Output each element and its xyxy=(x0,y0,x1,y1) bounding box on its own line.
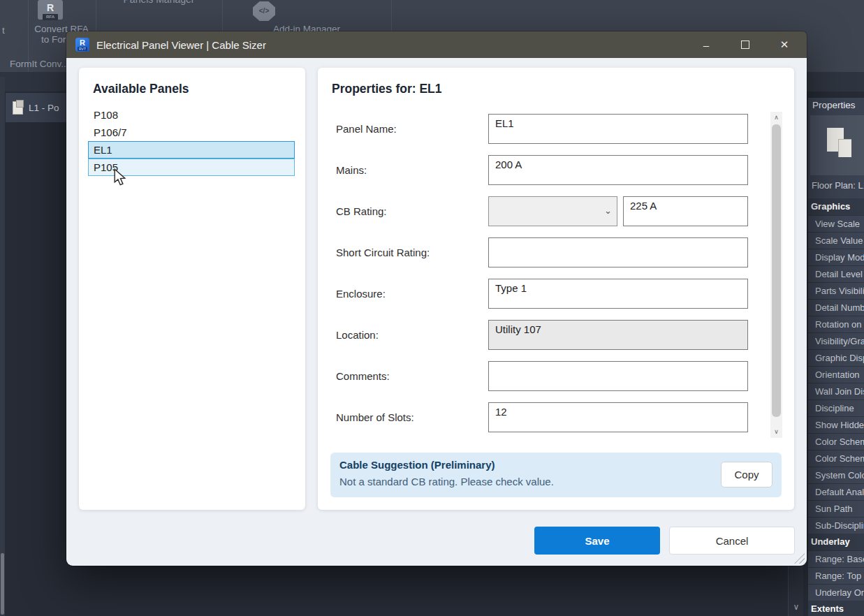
form-row: Mains: 200 A xyxy=(318,155,794,185)
property-row[interactable]: Wall Join Display xyxy=(808,383,864,399)
property-label: Range: Top Level xyxy=(815,571,864,581)
copy-button[interactable]: Copy xyxy=(721,462,773,487)
form-row: Comments: xyxy=(318,361,794,391)
number-of-slots-label: Number of Slots: xyxy=(318,411,488,423)
revit-app-icon: R RVT xyxy=(75,38,89,52)
addin-manager-icon: </> xyxy=(253,1,275,21)
mains-label: Mains: xyxy=(318,164,488,176)
properties-palette: Properties Floor Plan: L1 Graphics View … xyxy=(808,98,864,616)
property-row[interactable]: Sub-Discipline xyxy=(808,517,864,534)
property-row[interactable]: Display Model xyxy=(808,249,864,265)
cb-rating-dropdown[interactable]: ⌄ xyxy=(488,196,617,226)
form-row: Short Circuit Rating: xyxy=(318,237,794,267)
property-label: Default Analysis Display Style xyxy=(815,487,864,497)
panel-properties-card: Properties for: EL1 Panel Name: EL1 Main… xyxy=(318,68,794,510)
floor-plan-icon xyxy=(13,101,23,115)
available-panels-card: Available Panels P108 P106/7 EL1 P105 xyxy=(79,68,305,510)
form-scrollbar[interactable]: ∧ ∨ xyxy=(770,112,782,438)
cable-suggestion-box: Cable Suggestion (Preliminary) Not a sta… xyxy=(330,453,782,497)
dialog-titlebar[interactable]: R RVT Electrical Panel Viewer | Cable Si… xyxy=(66,31,807,58)
panel-list-item-el1[interactable]: EL1 xyxy=(88,141,295,159)
cable-suggestion-message: Not a standard CB rating. Please check v… xyxy=(339,476,554,487)
property-row[interactable]: Show Hidden Lines xyxy=(808,416,864,433)
scroll-down-icon[interactable]: ∨ xyxy=(789,599,804,615)
property-row[interactable]: Graphic Display Options xyxy=(808,349,864,366)
form-row: CB Rating: ⌄ 225 A xyxy=(318,196,794,226)
property-row[interactable]: Underlay Orientation xyxy=(808,584,864,601)
form-scrollbar-thumb[interactable] xyxy=(772,124,781,417)
property-label: Show Hidden Lines xyxy=(815,420,864,430)
property-row[interactable]: Parts Visibility xyxy=(808,282,864,299)
property-label: Wall Join Display xyxy=(815,386,864,397)
panels-manager-button[interactable]: Panels Manager xyxy=(96,0,222,5)
property-row[interactable]: Detail Level xyxy=(808,265,864,282)
property-row[interactable]: Detail Number xyxy=(808,299,864,316)
mains-input[interactable]: 200 A xyxy=(488,155,748,185)
number-of-slots-input[interactable]: 12 xyxy=(488,402,748,432)
form-row: Panel Name: EL1 xyxy=(318,114,794,144)
property-label: Sun Path xyxy=(815,504,853,514)
panel-list-item-p108[interactable]: P108 xyxy=(88,106,295,124)
resize-grip[interactable] xyxy=(794,553,805,564)
property-label: Sub-Discipline xyxy=(815,520,864,531)
property-label: Scale Value 1: xyxy=(815,235,864,246)
panel-list-item-p106-7[interactable]: P106/7 xyxy=(88,124,295,141)
comments-input[interactable] xyxy=(488,361,748,391)
ribbon-edge-fragment: t xyxy=(2,25,5,36)
property-row[interactable]: Sun Path xyxy=(808,500,864,517)
property-label: Detail Number xyxy=(815,302,864,313)
left-scrollbar[interactable] xyxy=(0,77,5,616)
close-icon: ✕ xyxy=(780,38,789,51)
revit-rvt-badge: RVT xyxy=(78,47,87,51)
property-row[interactable]: Discipline xyxy=(808,399,864,416)
form-row: Location: Utility 107 xyxy=(318,320,794,350)
electrical-panel-viewer-dialog: R RVT Electrical Panel Viewer | Cable Si… xyxy=(66,31,807,566)
minimize-icon: – xyxy=(703,39,709,51)
property-label: Color Scheme xyxy=(815,453,864,464)
panel-name-input[interactable]: EL1 xyxy=(488,114,748,144)
close-button[interactable]: ✕ xyxy=(765,31,804,58)
location-input: Utility 107 xyxy=(488,320,748,350)
property-row[interactable]: Range: Base Level xyxy=(808,550,864,567)
property-row[interactable]: View Scale xyxy=(808,215,864,232)
property-label: Color Scheme Location xyxy=(815,437,864,447)
scroll-down-icon[interactable]: ∨ xyxy=(770,426,782,438)
form-row: Enclosure: Type 1 xyxy=(318,279,794,309)
enclosure-input[interactable]: Type 1 xyxy=(488,279,748,309)
type-selector-thumbnail[interactable] xyxy=(810,115,864,175)
left-scrollbar-thumb[interactable] xyxy=(1,553,4,615)
property-row[interactable]: Color Scheme Location xyxy=(808,433,864,450)
property-row[interactable]: Default Analysis Display Style xyxy=(808,483,864,500)
property-label: Graphic Display Options xyxy=(815,353,864,363)
mouse-cursor xyxy=(113,168,127,189)
type-selector-label[interactable]: Floor Plan: L1 xyxy=(808,177,864,194)
property-label: Underlay Orientation xyxy=(815,587,864,598)
view-tab-l1[interactable]: L1 - Po xyxy=(6,93,70,122)
minimize-button[interactable]: – xyxy=(687,31,726,58)
property-row[interactable]: Visibility/Graphics Overrides xyxy=(808,332,864,349)
maximize-button[interactable] xyxy=(726,31,765,58)
form-row: Number of Slots: 12 xyxy=(318,402,794,432)
dialog-body: Available Panels P108 P106/7 EL1 P105 Pr… xyxy=(66,58,807,566)
panel-properties-form: Panel Name: EL1 Mains: 200 A CB Rating: … xyxy=(318,114,794,443)
panel-name-label: Panel Name: xyxy=(318,123,488,135)
property-row[interactable]: Range: Top Level xyxy=(808,567,864,584)
short-circuit-rating-input[interactable] xyxy=(488,237,748,267)
property-label: Detail Level xyxy=(815,269,863,279)
formit-panel-label: FormIt Conv... xyxy=(10,59,69,69)
property-label: Visibility/Graphics Overrides xyxy=(815,336,864,346)
cancel-button[interactable]: Cancel xyxy=(669,527,795,555)
property-row[interactable]: Rotation on Sheet xyxy=(808,316,864,332)
cable-suggestion-title: Cable Suggestion (Preliminary) xyxy=(339,459,495,471)
rfa-file-icon: R RFA xyxy=(38,0,63,20)
rfa-glyph: R xyxy=(47,2,54,13)
save-button[interactable]: Save xyxy=(534,527,660,555)
property-row[interactable]: System Color Schemes xyxy=(808,467,864,483)
scroll-up-icon[interactable]: ∧ xyxy=(770,112,782,124)
property-row[interactable]: Color Scheme xyxy=(808,450,864,467)
code-glyph: </> xyxy=(259,7,269,15)
property-row[interactable]: Scale Value 1: xyxy=(808,232,864,249)
cb-rating-label: CB Rating: xyxy=(318,205,488,217)
property-row[interactable]: Orientation xyxy=(808,366,864,383)
cb-rating-input[interactable]: 225 A xyxy=(623,196,748,226)
